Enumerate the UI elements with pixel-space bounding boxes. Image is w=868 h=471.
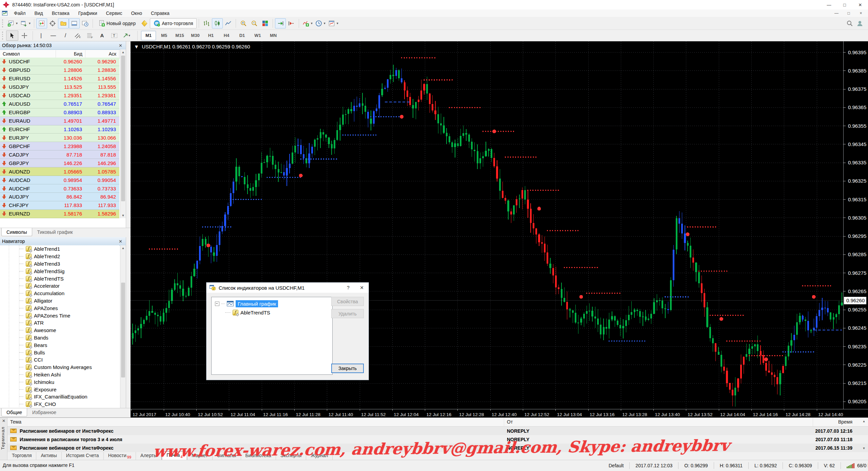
terminal-toggle-button[interactable] — [69, 18, 80, 28]
symbol-row-eurusd[interactable]: EURUSD 1.14526 1.14556 — [0, 75, 119, 83]
column-subject[interactable]: Тема — [7, 418, 504, 426]
symbol-row-eurgbp[interactable]: EURGBP 0.88903 0.88933 — [0, 108, 119, 117]
terminal-tab-news[interactable]: Новости99 — [104, 452, 136, 460]
terminal-scrollbar[interactable]: ▲ ▼ — [861, 418, 867, 451]
mail-row[interactable]: Изменения в расписании торгов 3 и 4 июля… — [7, 435, 868, 444]
symbol-row-usdjpy[interactable]: USDJPY 113.525 113.555 — [0, 83, 119, 91]
menu-window[interactable]: Окно — [126, 9, 146, 17]
minimize-button[interactable]: — — [821, 0, 837, 9]
channel-tool-button[interactable]: E — [72, 30, 84, 41]
panel-close-icon[interactable]: ✕ — [117, 239, 124, 244]
timeframe-m30[interactable]: M30 — [188, 31, 203, 40]
column-ask[interactable]: Аск — [85, 50, 119, 58]
scrollbar-thumb[interactable] — [121, 283, 125, 377]
crosshair-tool-button[interactable] — [18, 30, 31, 41]
line-chart-mode-button[interactable] — [223, 18, 234, 28]
bar-chart-mode-button[interactable] — [201, 18, 212, 28]
nav-item-awesome[interactable]: Awesome — [0, 327, 119, 334]
tab-favorites[interactable]: Избранное — [27, 408, 61, 416]
tree-item-main-chart[interactable]: Главный график — [212, 299, 332, 308]
templates-button[interactable]: ▾ — [327, 18, 340, 28]
scroll-up-icon[interactable]: ▲ — [120, 49, 126, 55]
symbol-row-gbpusd[interactable]: GBPUSD 1.28806 1.28836 — [0, 66, 119, 75]
terminal-tab-journal[interactable]: Журнал — [306, 452, 333, 460]
timeframe-h1[interactable]: H1 — [203, 31, 218, 40]
symbol-row-gbpchf[interactable]: GBPCHF 1.23988 1.24058 — [0, 142, 119, 150]
nav-item-bulls[interactable]: Bulls — [0, 349, 119, 356]
symbol-row-audnzd[interactable]: AUDNZD 1.05665 1.05785 — [0, 167, 119, 176]
indicators-button[interactable]: ▾ — [301, 18, 314, 28]
delete-button[interactable]: Удалить — [331, 309, 364, 318]
timeframe-w1[interactable]: W1 — [250, 31, 265, 40]
timeframe-mn[interactable]: MN — [266, 31, 281, 40]
symbol-row-eurjpy[interactable]: EURJPY 130.036 130.066 — [0, 134, 119, 142]
timeframe-m15[interactable]: M15 — [172, 31, 187, 40]
scroll-up-icon[interactable]: ▲ — [120, 245, 126, 251]
symbol-row-usdchf[interactable]: USDCHF 0.96260 0.96290 — [0, 58, 119, 66]
symbol-row-eurnzd[interactable]: EURNZD 1.58176 1.58296 — [0, 210, 119, 218]
menu-charts[interactable]: Графики — [74, 9, 102, 17]
column-from[interactable]: От — [504, 418, 813, 426]
terminal-tab-alerts[interactable]: Алерты — [136, 452, 162, 460]
nav-item-abletrend1[interactable]: AbleTrend1 — [0, 245, 119, 253]
scroll-down-icon[interactable]: ▼ — [861, 446, 867, 451]
mail-row[interactable]: Расписание вебинаров от ИнстаФорекс NORE… — [7, 427, 868, 435]
tree-collapse-icon[interactable] — [215, 302, 219, 306]
nav-item-cci[interactable]: CCI — [0, 356, 119, 364]
arrows-tool-button[interactable]: ▾ — [120, 30, 133, 41]
new-order-button[interactable]: Новый ордер — [95, 18, 139, 28]
nav-item-alligator[interactable]: Alligator — [0, 297, 119, 305]
symbol-row-audusd[interactable]: AUDUSD 0.76517 0.76547 — [0, 100, 119, 108]
nav-item-custom-moving-averages[interactable]: Custom Moving Averages — [0, 364, 119, 371]
terminal-close-icon[interactable]: ✕ — [0, 418, 7, 424]
nav-item-accelerator[interactable]: Accelerator — [0, 282, 119, 290]
close-dialog-button[interactable]: Закрыть — [331, 364, 364, 373]
timeframe-d1[interactable]: D1 — [235, 31, 250, 40]
zoom-in-button[interactable] — [238, 18, 249, 28]
chart-minimize-icon[interactable]: — — [833, 11, 840, 16]
symbol-row-audchf[interactable]: AUDCHF 0.73633 0.73733 — [0, 184, 119, 193]
community-icon[interactable] — [856, 20, 863, 27]
scrollbar-thumb[interactable] — [121, 56, 125, 201]
terminal-tab-trade[interactable]: Торговля — [7, 452, 36, 460]
toolbar-grip[interactable] — [2, 32, 4, 40]
scroll-up-icon[interactable]: ▲ — [861, 418, 867, 424]
nav-item-ifx-camarilliaequation[interactable]: IFX_CamarilliaEquation — [0, 393, 119, 401]
nav-item-heiken-ashi[interactable]: Heiken Ashi — [0, 371, 119, 378]
tile-windows-button[interactable] — [260, 18, 271, 28]
toolbar-grip[interactable] — [2, 19, 4, 27]
menu-service[interactable]: Сервис — [101, 9, 126, 17]
trendline-tool-button[interactable]: / — [59, 30, 72, 41]
mail-row[interactable]: Расписание вебинаров от ИнстаФорекс NORE… — [7, 444, 868, 452]
navigator-scrollbar[interactable]: ▲ ▼ — [120, 245, 126, 415]
candlestick-mode-button[interactable] — [212, 18, 223, 28]
panel-close-icon[interactable]: ✕ — [117, 43, 124, 48]
nav-item-apazones-time[interactable]: APAZones Time — [0, 312, 119, 319]
nav-item-bears[interactable]: Bears — [0, 341, 119, 349]
symbol-row-audcad[interactable]: AUDCAD 0.98954 0.99054 — [0, 176, 119, 184]
timeframe-m1[interactable]: M1 — [141, 31, 156, 40]
terminal-tab-account-history[interactable]: История Счета — [62, 452, 104, 460]
market-watch-toggle-button[interactable] — [36, 18, 47, 28]
text-tool-button[interactable]: A — [96, 30, 108, 41]
tab-common[interactable]: Общие — [1, 408, 27, 416]
properties-button[interactable]: Свойства — [331, 297, 364, 306]
tab-symbols[interactable]: Символы — [1, 228, 32, 236]
close-button[interactable]: ✕ — [852, 0, 868, 9]
terminal-tab-signals[interactable]: Сигналы — [213, 452, 241, 460]
maximize-button[interactable]: □ — [837, 0, 852, 9]
menu-view[interactable]: Вид — [30, 9, 47, 17]
cursor-tool-button[interactable] — [6, 30, 18, 41]
scroll-down-icon[interactable]: ▼ — [120, 213, 126, 218]
symbol-row-cadjpy[interactable]: CADJPY 87.718 87.818 — [0, 150, 119, 159]
menu-file[interactable]: Файл — [9, 9, 30, 17]
zoom-out-button[interactable] — [249, 18, 260, 28]
tab-tick-chart[interactable]: Тиковый график — [32, 228, 78, 236]
tree-item-abletrendts[interactable]: AbleTrendTS — [212, 308, 332, 317]
timeframe-h4[interactable]: H4 — [219, 31, 234, 40]
terminal-tab-experts[interactable]: Эксперты — [276, 452, 307, 460]
tree-item-label-selected[interactable]: Главный график — [236, 300, 278, 307]
menu-help[interactable]: Справка — [146, 9, 174, 17]
dialog-help-button[interactable]: ? — [341, 283, 355, 293]
market-watch-scrollbar[interactable]: ▲ ▼ — [120, 49, 126, 218]
